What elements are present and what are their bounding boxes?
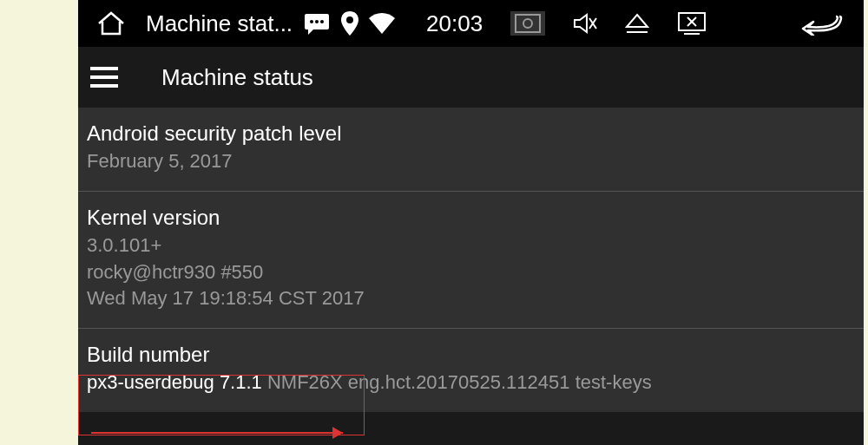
svg-rect-4	[516, 15, 540, 32]
security-patch-item[interactable]: Android security patch level February 5,…	[78, 108, 864, 192]
item-value: px3-userdebug 7.1.1 NMF26X eng.hct.20170…	[87, 370, 855, 396]
location-icon	[341, 11, 358, 36]
app-header: Machine status	[78, 47, 864, 108]
home-icon[interactable]	[95, 10, 127, 36]
svg-point-0	[310, 20, 313, 23]
item-title: Android security patch level	[87, 121, 855, 146]
svg-point-1	[315, 20, 319, 23]
eject-icon[interactable]	[625, 13, 649, 34]
status-bar-title: Machine stat...	[146, 10, 293, 37]
svg-point-2	[320, 20, 324, 23]
close-app-icon[interactable]	[677, 11, 707, 36]
svg-point-5	[523, 19, 532, 28]
item-title: Build number	[87, 343, 855, 367]
mute-icon[interactable]	[573, 11, 597, 36]
kernel-version-item[interactable]: Kernel version 3.0.101+ rocky@hctr930 #5…	[78, 192, 864, 329]
hamburger-menu-icon[interactable]	[90, 67, 118, 88]
build-number-item[interactable]: Build number px3-userdebug 7.1.1 NMF26X …	[78, 329, 864, 412]
item-value: February 5, 2017	[87, 148, 855, 175]
item-title: Kernel version	[87, 206, 855, 230]
sms-icon[interactable]	[303, 12, 331, 35]
back-icon[interactable]	[801, 11, 843, 36]
settings-list: Android security patch level February 5,…	[78, 108, 864, 412]
clock: 20:03	[426, 10, 483, 37]
svg-point-3	[346, 16, 353, 23]
wifi-icon	[369, 13, 395, 34]
page-title: Machine status	[161, 64, 313, 91]
screenshot-icon[interactable]	[510, 11, 545, 36]
status-bar: Machine stat... 20:03	[78, 0, 864, 47]
item-value: 3.0.101+ rocky@hctr930 #550 Wed May 17 1…	[87, 232, 855, 312]
